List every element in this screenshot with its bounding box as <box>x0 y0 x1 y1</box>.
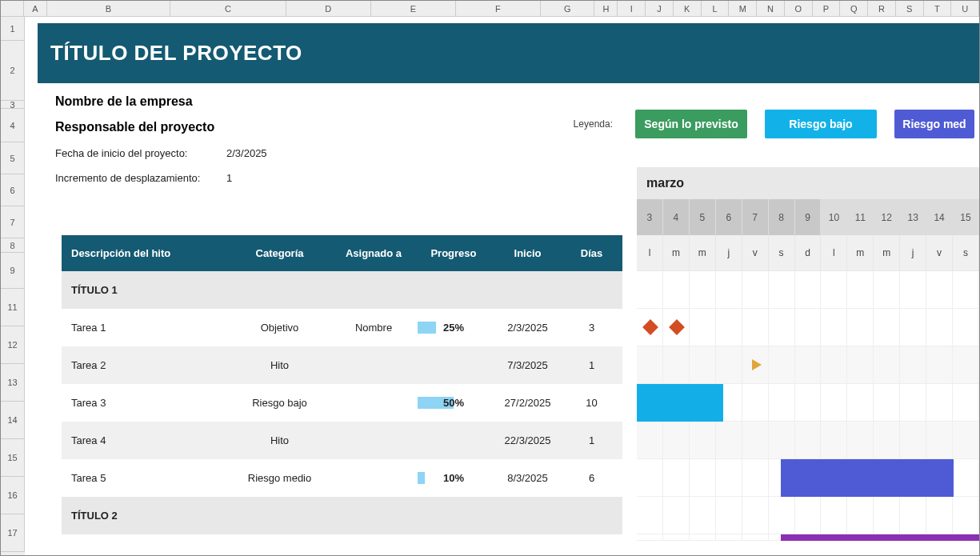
cell-dias[interactable]: 1 <box>566 434 618 446</box>
gantt-cell[interactable] <box>821 497 847 534</box>
gantt-cell[interactable] <box>663 271 690 309</box>
gantt-cell[interactable] <box>637 534 663 541</box>
col-P[interactable]: P <box>813 1 841 17</box>
gantt-cell[interactable] <box>716 497 742 534</box>
cell-dias[interactable]: 10 <box>566 397 618 409</box>
legend-pill-lowrisk[interactable]: Riesgo bajo <box>765 110 877 138</box>
gantt-cell[interactable] <box>795 422 822 459</box>
cell-desc[interactable]: TÍTULO 1 <box>62 284 230 296</box>
row-4[interactable]: 4 <box>1 109 25 142</box>
cell-ini[interactable]: 22/3/2025 <box>490 434 566 446</box>
th-desc[interactable]: Descripción del hito <box>62 247 230 259</box>
cell-cat[interactable]: Riesgo bajo <box>230 397 330 409</box>
gantt-cell[interactable] <box>953 271 979 309</box>
gantt-cell[interactable] <box>663 422 690 459</box>
gantt-cell[interactable] <box>953 384 979 422</box>
row-13[interactable]: 13 <box>1 364 25 402</box>
gantt-cell[interactable] <box>637 459 663 497</box>
gantt-cell[interactable] <box>821 346 847 384</box>
company-name[interactable]: Nombre de la empresa <box>55 94 193 109</box>
gantt-cell[interactable] <box>637 346 663 384</box>
cell-prog[interactable]: 10% <box>418 472 490 484</box>
gantt-cell[interactable] <box>663 497 690 534</box>
gantt-cell[interactable] <box>716 346 742 384</box>
cell-desc[interactable]: Tarea 2 <box>62 359 230 371</box>
col-I[interactable]: I <box>618 1 646 17</box>
gantt-cell[interactable] <box>847 309 874 346</box>
gantt-day[interactable]: 13 <box>900 199 926 235</box>
gantt-cell[interactable] <box>637 422 663 459</box>
th-ini[interactable]: Inicio <box>490 247 566 259</box>
gantt-day[interactable]: 8 <box>769 199 795 235</box>
col-O[interactable]: O <box>785 1 813 17</box>
gantt-day[interactable]: 10 <box>821 199 847 235</box>
row-12[interactable]: 12 <box>1 326 25 364</box>
cell-cat[interactable]: Hito <box>230 434 330 446</box>
gantt-cell[interactable] <box>769 422 795 459</box>
gantt-cell[interactable] <box>874 384 900 422</box>
row-2[interactable]: 2 <box>1 41 25 101</box>
th-asg[interactable]: Asignado a <box>330 247 418 259</box>
gantt-cell[interactable] <box>742 422 769 459</box>
gantt-day[interactable]: 9 <box>795 199 822 235</box>
gantt-cell[interactable] <box>821 422 847 459</box>
gantt-cell[interactable] <box>795 384 822 422</box>
gantt-cell[interactable] <box>690 459 716 497</box>
gantt-cell[interactable] <box>953 346 979 384</box>
row-11[interactable]: 11 <box>1 289 25 326</box>
cell-cat[interactable]: Riesgo medio <box>230 472 330 484</box>
gantt-cell[interactable] <box>742 346 769 384</box>
gantt-cell[interactable] <box>742 384 769 422</box>
cell-ini[interactable]: 27/2/2025 <box>490 397 566 409</box>
cell-prog[interactable]: 50% <box>418 397 490 409</box>
col-T[interactable]: T <box>924 1 952 17</box>
col-H[interactable]: H <box>594 1 618 17</box>
shift-value[interactable]: 1 <box>226 172 322 184</box>
gantt-cell[interactable] <box>769 497 795 534</box>
gantt-cell[interactable] <box>926 497 953 534</box>
gantt-cell[interactable] <box>847 497 874 534</box>
gantt-cell[interactable] <box>874 346 900 384</box>
gantt-cell[interactable] <box>769 384 795 422</box>
th-prog[interactable]: Progreso <box>418 247 490 259</box>
gantt-cell[interactable] <box>663 534 690 541</box>
table-row[interactable]: Tarea 5Riesgo medio10%8/3/20256 <box>62 459 622 497</box>
row-8[interactable]: 8 <box>1 238 25 253</box>
gantt-cell[interactable] <box>926 422 953 459</box>
row-7[interactable]: 7 <box>1 206 25 238</box>
gantt-cell[interactable] <box>847 422 874 459</box>
gantt-cell[interactable] <box>637 309 663 346</box>
responsible-name[interactable]: Responsable del proyecto <box>55 120 214 134</box>
gantt-bar[interactable] <box>781 534 980 541</box>
gantt-cell[interactable] <box>716 534 742 541</box>
gantt-cell[interactable] <box>663 309 690 346</box>
gantt-cell[interactable] <box>900 384 926 422</box>
col-N[interactable]: N <box>757 1 785 17</box>
cell-desc[interactable]: Tarea 5 <box>62 472 230 484</box>
gantt-cell[interactable] <box>926 346 953 384</box>
col-A[interactable]: A <box>24 1 47 17</box>
gantt-cell[interactable] <box>821 271 847 309</box>
col-J[interactable]: J <box>646 1 674 17</box>
row-17[interactable]: 17 <box>1 514 25 552</box>
gantt-cell[interactable] <box>769 346 795 384</box>
gantt-cell[interactable] <box>874 309 900 346</box>
gantt-cell[interactable] <box>716 309 742 346</box>
gantt-cell[interactable] <box>769 271 795 309</box>
gantt-cell[interactable] <box>874 271 900 309</box>
gantt-cell[interactable] <box>900 309 926 346</box>
col-B[interactable]: B <box>47 1 170 17</box>
gantt-day[interactable]: 15 <box>953 199 979 235</box>
gantt-cell[interactable] <box>874 497 900 534</box>
row-15[interactable]: 15 <box>1 439 25 477</box>
legend-pill-ontrack[interactable]: Según lo previsto <box>635 110 747 138</box>
gantt-cell[interactable] <box>742 271 769 309</box>
cell-cat[interactable]: Hito <box>230 359 330 371</box>
gantt-cell[interactable] <box>690 422 716 459</box>
gantt-cell[interactable] <box>716 459 742 497</box>
table-row[interactable]: Tarea 3Riesgo bajo50%27/2/202510 <box>62 384 622 422</box>
gantt-cell[interactable] <box>953 309 979 346</box>
gantt-cell[interactable] <box>953 497 979 534</box>
gantt-cell[interactable] <box>874 422 900 459</box>
gantt-cell[interactable] <box>690 346 716 384</box>
